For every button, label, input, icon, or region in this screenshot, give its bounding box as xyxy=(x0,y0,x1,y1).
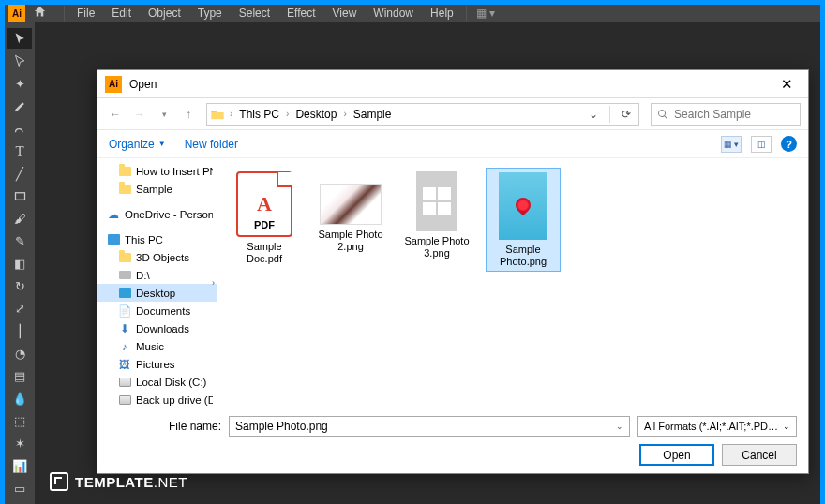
folder-tree: How to Insert PNGSample☁OneDrive - Perso… xyxy=(98,158,218,408)
organize-button[interactable]: Organize ▼ xyxy=(109,138,166,151)
search-placeholder: Search Sample xyxy=(674,108,751,121)
menu-edit[interactable]: Edit xyxy=(103,7,140,20)
chevron-down-icon[interactable]: ▾ xyxy=(154,104,174,125)
menu-effect[interactable]: Effect xyxy=(278,7,323,20)
folder-icon xyxy=(118,183,131,196)
download-icon: ⬇ xyxy=(118,322,131,335)
tree-item-label: Sample xyxy=(136,184,172,195)
menu-object[interactable]: Object xyxy=(140,7,189,20)
menu-type[interactable]: Type xyxy=(189,7,231,20)
menu-view[interactable]: View xyxy=(324,7,366,20)
cancel-button[interactable]: Cancel xyxy=(722,444,797,466)
direct-selection-tool-icon[interactable] xyxy=(8,51,32,71)
rectangle-tool-icon[interactable] xyxy=(8,185,32,206)
symbol-tool-icon[interactable]: ✶ xyxy=(8,433,32,453)
tree-item-label: 3D Objects xyxy=(136,252,189,263)
tree-item-label: Pictures xyxy=(136,359,175,370)
pen-tool-icon[interactable] xyxy=(8,96,32,116)
search-input[interactable]: Search Sample xyxy=(651,103,801,126)
menu-help[interactable]: Help xyxy=(422,7,462,20)
drive-icon xyxy=(118,269,131,282)
preview-pane-icon[interactable]: ◫ xyxy=(751,136,772,153)
file-name-label: Sample Photo.png xyxy=(490,244,556,267)
nav-up-icon[interactable]: ↑ xyxy=(178,104,199,125)
illustrator-window: Ai File Edit Object Type Select Effect V… xyxy=(5,5,820,499)
crumb-desktop[interactable]: Desktop xyxy=(292,106,339,123)
eyedropper-tool-icon[interactable]: 💧 xyxy=(8,388,32,408)
refresh-icon[interactable]: ⟳ xyxy=(616,108,637,121)
gradient-tool-icon[interactable]: ▤ xyxy=(8,365,32,386)
paintbrush-tool-icon[interactable]: 🖌 xyxy=(8,208,32,229)
crumb-this-pc[interactable]: This PC xyxy=(236,106,282,123)
file-item[interactable]: Sample Photo 2.png xyxy=(313,168,388,256)
artboard-tool-icon[interactable]: ▭ xyxy=(8,478,32,498)
file-item[interactable]: Sample Photo.png xyxy=(486,168,561,272)
tree-item[interactable]: ⬇Downloads xyxy=(98,319,217,337)
watermark: TEMPLATE.NET xyxy=(50,472,188,491)
tree-item[interactable]: Back up drive (D:) xyxy=(98,391,217,408)
file-item[interactable]: Sample Photo 3.png xyxy=(399,168,474,262)
nav-back-icon[interactable]: ← xyxy=(105,104,126,125)
tree-item-label: D:\ xyxy=(136,270,150,281)
pencil-tool-icon[interactable]: ✎ xyxy=(8,230,32,251)
chevron-right-icon: › xyxy=(212,278,215,288)
layout-grid-icon[interactable]: ▦ ▾ xyxy=(476,7,495,20)
music-icon: ♪ xyxy=(118,340,131,353)
view-mode-icon[interactable]: ▦ ▾ xyxy=(721,136,742,153)
filename-input[interactable]: Sample Photo.png⌄ xyxy=(229,416,630,437)
new-folder-button[interactable]: New folder xyxy=(185,138,238,151)
tree-item[interactable]: 🖼Pictures xyxy=(98,355,217,373)
tree-item-label: Back up drive (D:) xyxy=(136,394,213,406)
width-tool-icon[interactable]: ⎮ xyxy=(8,320,32,341)
close-icon[interactable]: ✕ xyxy=(773,74,801,95)
home-icon[interactable] xyxy=(33,5,47,22)
line-tool-icon[interactable]: ╱ xyxy=(8,163,32,184)
tree-item[interactable]: Local Disk (C:) xyxy=(98,373,217,391)
image-thumb-icon xyxy=(499,172,548,240)
folder-icon xyxy=(209,106,226,123)
scale-tool-icon[interactable]: ⤢ xyxy=(8,298,32,319)
shape-builder-tool-icon[interactable]: ◔ xyxy=(8,343,32,363)
tree-item[interactable]: 3D Objects xyxy=(98,248,217,266)
rotate-tool-icon[interactable]: ↻ xyxy=(8,275,32,296)
menubar: Ai File Edit Object Type Select Effect V… xyxy=(5,5,820,22)
tree-item-label: Music xyxy=(136,341,164,352)
type-tool-icon[interactable]: T xyxy=(8,141,32,161)
eraser-tool-icon[interactable]: ◧ xyxy=(8,253,32,274)
tree-item[interactable]: Sample xyxy=(98,180,217,198)
tree-item[interactable]: ☁OneDrive - Personal xyxy=(98,205,217,223)
help-icon[interactable]: ? xyxy=(781,136,797,152)
graph-tool-icon[interactable]: 📊 xyxy=(8,455,32,476)
tree-item-label: How to Insert PNG xyxy=(136,166,213,177)
format-filter-select[interactable]: All Formats (*.AI;*.AIT;*.PDF;*.DXF...)⌄ xyxy=(638,416,797,437)
tree-item[interactable]: How to Insert PNG xyxy=(98,162,217,180)
filename-label: File name: xyxy=(109,420,221,433)
tree-item[interactable]: This PC› xyxy=(98,230,217,248)
selection-tool-icon[interactable] xyxy=(8,28,32,49)
pic-icon: 🖼 xyxy=(118,358,131,371)
tree-item[interactable]: 📄Documents xyxy=(98,302,217,319)
tree-item[interactable]: Desktop xyxy=(98,284,217,302)
menu-select[interactable]: Select xyxy=(231,7,278,20)
file-grid: APDFSample Doc.pdfSample Photo 2.pngSamp… xyxy=(218,158,808,408)
tree-item-label: This PC xyxy=(125,234,163,245)
nav-forward-icon[interactable]: → xyxy=(129,104,150,125)
menu-file[interactable]: File xyxy=(68,7,103,20)
file-name-label: Sample Doc.pdf xyxy=(231,241,298,264)
tree-item[interactable]: D:\ xyxy=(98,266,217,284)
menu-window[interactable]: Window xyxy=(365,7,422,20)
tree-item-label: OneDrive - Personal xyxy=(125,209,213,220)
cloud-icon: ☁ xyxy=(107,208,120,221)
curvature-tool-icon[interactable] xyxy=(8,118,32,139)
magic-wand-tool-icon[interactable]: ✦ xyxy=(8,73,32,94)
tools-panel: ✦ T ╱ 🖌 ✎ ◧ ↻ ⤢ ⎮ ◔ ▤ 💧 ⬚ ✶ 📊 ▭ xyxy=(5,22,35,504)
breadcrumb[interactable]: › This PC › Desktop › Sample ⌄ ⟳ xyxy=(206,103,639,126)
blend-tool-icon[interactable]: ⬚ xyxy=(8,410,32,431)
tree-item[interactable]: ♪Music xyxy=(98,337,217,355)
path-dropdown-icon[interactable]: ⌄ xyxy=(583,108,604,121)
crumb-sample[interactable]: Sample xyxy=(351,106,395,123)
disk-icon xyxy=(118,376,131,389)
dialog-footer: File name: Sample Photo.png⌄ All Formats… xyxy=(98,408,808,473)
open-button[interactable]: Open xyxy=(639,444,714,466)
file-item[interactable]: APDFSample Doc.pdf xyxy=(227,168,302,268)
